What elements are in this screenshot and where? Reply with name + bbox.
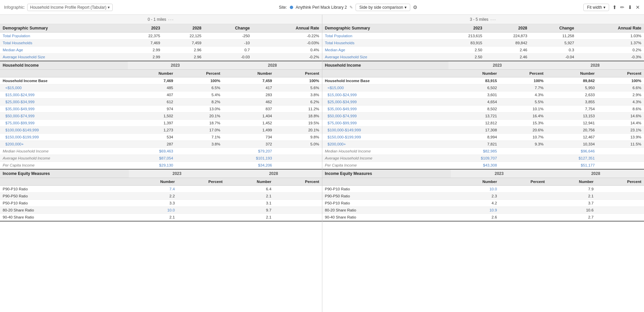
- gear-icon[interactable]: ⚙: [413, 4, 417, 10]
- site-name: Anythink Perl Mack Library 2: [296, 5, 347, 10]
- left-demo-col-change: Change: [204, 24, 252, 33]
- right-demo-body: Total Population213,615224,87311,2581.03…: [322, 33, 644, 61]
- row-cell: 0.7: [204, 47, 252, 54]
- row-cell: 2.46: [485, 47, 530, 54]
- row-cell: 10.9: [451, 207, 500, 214]
- row-cell: [596, 186, 644, 193]
- row-cell: 2.50: [440, 47, 485, 54]
- row-cell: 13.9%: [597, 134, 644, 141]
- range-right-menu[interactable]: ···: [490, 17, 496, 22]
- pen-icon[interactable]: ✏: [620, 4, 625, 10]
- row-cell: -0.04: [530, 54, 577, 61]
- download-icon[interactable]: ⬇: [628, 4, 632, 10]
- summary-pct-2028: [275, 155, 322, 162]
- row-cell: [177, 207, 225, 214]
- summary-row: Average Household Income$109,707$127,351: [322, 155, 644, 162]
- row-cell: 462: [223, 99, 275, 106]
- range-bar: 0 - 1 miles ··· 3 - 5 miles ···: [0, 15, 644, 24]
- row-label: $15,000-$24,999: [322, 91, 448, 99]
- row-cell: 83,915: [448, 77, 500, 84]
- row-cell: 4.2: [451, 200, 500, 207]
- table-row: P90-P10 Ratio7.46.4: [0, 186, 322, 193]
- table-row: $100,000-$149,9991,27317.0%1,49920.1%: [0, 127, 322, 134]
- left-demographic-section: Demographic Summary 2023 2028 Change Ann…: [0, 24, 322, 61]
- summary-row: Median Household Income$69,463$79,207: [0, 148, 322, 155]
- row-cell: 2.2: [129, 193, 178, 200]
- row-cell: [596, 214, 644, 221]
- summary-pct-2023: [176, 155, 223, 162]
- table-row: 80-20 Share Ratio10.09.7: [0, 207, 322, 214]
- row-cell: 0.3: [530, 47, 577, 54]
- close-icon[interactable]: ✕: [636, 4, 640, 10]
- summary-pct-2023: [500, 148, 546, 155]
- row-cell: 18.8%: [275, 113, 322, 120]
- row-cell: 7,469: [128, 77, 176, 84]
- row-cell: 20.1%: [275, 127, 322, 134]
- row-cell: 1,273: [128, 127, 176, 134]
- row-cell: 0.2%: [577, 47, 644, 54]
- left-income-2028-header: 2028: [223, 61, 322, 70]
- table-row: $25,000-$34,9994,6545.5%3,8554.3%: [322, 99, 644, 106]
- comparison-button[interactable]: Side by side comparison ▾: [356, 4, 410, 11]
- infographic-select-label: Household Income Profile Report (Tabular…: [30, 5, 106, 10]
- row-label: Total Population: [0, 33, 121, 40]
- row-label: $75,000-$99,999: [0, 120, 128, 127]
- header: Infographic: Household Income Profile Re…: [0, 0, 644, 15]
- share-icon[interactable]: ⬆: [612, 4, 617, 10]
- table-row: Total Population213,615224,87311,2581.03…: [322, 33, 644, 40]
- left-income-num2028-col: Number: [223, 70, 275, 77]
- row-cell: 6,502: [448, 84, 500, 91]
- row-cell: [500, 200, 547, 207]
- left-demo-body: Total Population22,37522,125-250-0.22%To…: [0, 33, 322, 61]
- left-demo-header-row: Demographic Summary 2023 2028 Change Ann…: [0, 24, 322, 33]
- fit-width-button[interactable]: Fit width ▾: [583, 4, 609, 11]
- table-row: $35,000-$49,9998,50210.1%7,7548.6%: [322, 106, 644, 113]
- row-cell: 8,994: [448, 134, 500, 141]
- row-label: Household Income Base: [0, 77, 128, 84]
- left-equity-label-col: [0, 178, 129, 186]
- row-cell: [500, 186, 547, 193]
- row-label: Total Households: [0, 40, 121, 47]
- row-cell: 3.7: [547, 200, 596, 207]
- row-label: $100,000-$149,999: [322, 127, 448, 134]
- left-equity-table: Income Equity Measures 2023 2028 Number …: [0, 170, 322, 221]
- row-cell: 1.03%: [577, 33, 644, 40]
- row-cell: 2.50: [440, 54, 485, 61]
- row-cell: 5.4%: [176, 91, 223, 99]
- row-cell: [177, 200, 225, 207]
- range-left: 0 - 1 miles ···: [0, 15, 322, 24]
- right-demographic-section: Demographic Summary 2023 2028 Change Ann…: [322, 24, 644, 61]
- right-income-label-col: [322, 70, 448, 77]
- left-income-body: Household Income Base7,469100%7,459100%<…: [0, 77, 322, 169]
- left-equity-title-row: Income Equity Measures 2023 2028: [0, 170, 322, 178]
- summary-pct-2023: [500, 155, 546, 162]
- row-cell: -10: [204, 40, 252, 47]
- table-row: Median Age2.992.960.70.4%: [0, 47, 322, 54]
- main-content: Demographic Summary 2023 2028 Change Ann…: [0, 24, 644, 312]
- row-cell: [274, 200, 322, 207]
- right-demo-header-row: Demographic Summary 2023 2028 Change Ann…: [322, 24, 644, 33]
- left-equity-sub-header: Number Percent Number Percent: [0, 178, 322, 186]
- range-right-label: 3 - 5 miles: [470, 17, 488, 22]
- range-left-menu[interactable]: ···: [168, 17, 174, 22]
- summary-val-2023: $29,130: [128, 162, 176, 169]
- left-demo-title: Demographic Summary: [0, 24, 121, 33]
- row-cell: 10.0: [129, 207, 178, 214]
- comparison-label: Side by side comparison: [359, 5, 403, 10]
- table-row: $75,000-$99,99912,81215.3%12,94114.4%: [322, 120, 644, 127]
- row-cell: [177, 193, 225, 200]
- row-cell: -0.03%: [253, 40, 322, 47]
- summary-pct-2028: [597, 155, 644, 162]
- right-equity-num2023-col: Number: [451, 178, 500, 186]
- summary-val-2028: $101,193: [223, 155, 275, 162]
- row-label: $200,000+: [0, 141, 128, 148]
- left-equity-2028-header: 2028: [225, 170, 322, 178]
- row-cell: [596, 200, 644, 207]
- row-cell: 100%: [176, 77, 223, 84]
- infographic-select[interactable]: Household Income Profile Report (Tabular…: [27, 4, 113, 11]
- row-cell: 7.9: [547, 186, 596, 193]
- edit-site-icon[interactable]: ✎: [350, 5, 353, 10]
- table-row: Household Income Base83,915100%89,842100…: [322, 77, 644, 84]
- row-label: P90-P10 Ratio: [322, 186, 451, 193]
- right-income-table: Household Income 2023 2028 Number Percen…: [322, 61, 644, 169]
